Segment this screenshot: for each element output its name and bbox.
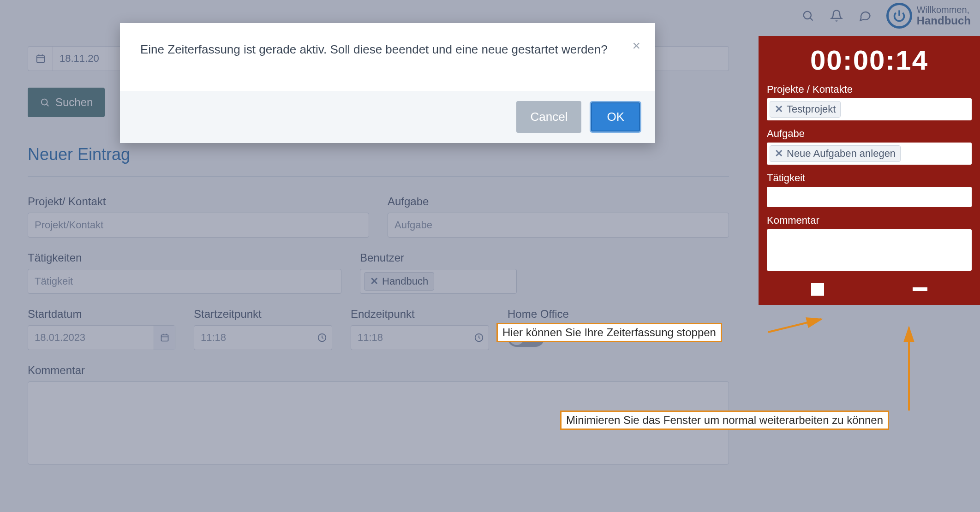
cancel-button[interactable]: Cancel — [516, 101, 581, 133]
calendar-icon[interactable] — [154, 326, 175, 350]
timer-panel: 00:00:14 Projekte / Kontakte ✕ Testproje… — [759, 36, 980, 305]
timer-project-tag[interactable]: ✕ Testprojekt — [770, 101, 841, 118]
remove-icon[interactable]: ✕ — [370, 275, 378, 287]
arrow-to-stop — [766, 314, 831, 337]
svg-line-1 — [810, 18, 813, 20]
endtime-label: Endzeitpunkt — [351, 308, 489, 321]
welcome-username: Handbuch — [917, 15, 971, 27]
svg-point-0 — [803, 12, 811, 19]
user-tagbox[interactable]: ✕ Handbuch — [360, 269, 517, 294]
svg-line-7 — [47, 104, 48, 106]
activities-input[interactable] — [28, 269, 341, 294]
user-menu[interactable]: Willkommen, Handbuch — [886, 3, 971, 29]
chat-icon[interactable] — [858, 8, 872, 23]
activities-label: Tätigkeiten — [28, 251, 341, 264]
timer-project-field[interactable]: ✕ Testprojekt — [767, 98, 972, 120]
callout-minimize: Minimieren Sie das Fenster um normal wei… — [560, 411, 889, 430]
confirm-dialog: × Eine Zeiterfassung ist gerade aktiv. S… — [120, 23, 655, 143]
arrow-to-minimize — [895, 323, 923, 415]
close-icon[interactable]: × — [632, 35, 640, 56]
search-button-label: Suchen — [55, 96, 93, 109]
starttime-label: Startzeitpunkt — [194, 308, 332, 321]
endtime-input[interactable] — [351, 332, 474, 344]
timer-task-tag-label: Neue Aufgaben anlegen — [787, 148, 896, 160]
clock-icon — [317, 333, 327, 343]
timer-projects-label: Projekte / Kontakte — [767, 83, 972, 95]
power-icon — [886, 3, 912, 29]
starttime-field[interactable] — [194, 325, 332, 350]
timer-task-tag[interactable]: ✕ Neue Aufgaben anlegen — [770, 145, 901, 162]
dialog-footer: Cancel OK — [120, 91, 655, 143]
welcome-label: Willkommen, — [917, 5, 971, 15]
stop-button[interactable] — [811, 283, 824, 296]
user-tag[interactable]: ✕ Handbuch — [364, 272, 434, 291]
task-label: Aufgabe — [388, 195, 729, 208]
timer-comment-textarea[interactable] — [767, 229, 972, 271]
project-label: Projekt/ Kontakt — [28, 195, 369, 208]
timer-comment-label: Kommentar — [767, 214, 972, 226]
startdate-field[interactable] — [28, 325, 175, 350]
section-title: Neuer Eintrag — [28, 145, 729, 164]
comment-label: Kommentar — [28, 364, 729, 377]
timer-activity-label: Tätigkeit — [767, 172, 972, 184]
calendar-icon — [28, 47, 53, 71]
remove-icon[interactable]: ✕ — [775, 148, 783, 160]
project-input[interactable] — [28, 213, 369, 238]
svg-point-6 — [42, 99, 48, 105]
user-tag-label: Handbuch — [382, 275, 428, 287]
timer-activity-input[interactable] — [767, 187, 972, 207]
dialog-message: Eine Zeiterfassung ist gerade aktiv. Sol… — [140, 41, 635, 59]
timer-task-label: Aufgabe — [767, 128, 972, 140]
divider — [28, 176, 729, 177]
bell-icon[interactable] — [829, 8, 844, 23]
welcome-text: Willkommen, Handbuch — [917, 5, 971, 27]
remove-icon[interactable]: ✕ — [775, 103, 783, 115]
startdate-input[interactable] — [28, 332, 154, 344]
endtime-field[interactable] — [351, 325, 489, 350]
startdate-label: Startdatum — [28, 308, 175, 321]
timer-project-tag-label: Testprojekt — [787, 103, 836, 115]
svg-rect-2 — [36, 56, 44, 63]
user-label: Benutzer — [360, 251, 517, 264]
ok-button[interactable]: OK — [590, 101, 641, 133]
search-icon[interactable] — [801, 8, 815, 23]
starttime-input[interactable] — [194, 332, 317, 344]
top-header: Willkommen, Handbuch — [801, 3, 971, 29]
task-input[interactable] — [388, 213, 729, 238]
svg-line-14 — [768, 319, 821, 332]
clock-icon — [474, 333, 484, 343]
svg-rect-8 — [161, 335, 168, 341]
timer-task-field[interactable]: ✕ Neue Aufgaben anlegen — [767, 143, 972, 165]
search-button[interactable]: Suchen — [28, 88, 105, 117]
callout-stop: Hier können Sie Ihre Zeiterfassung stopp… — [496, 323, 722, 342]
minimize-button[interactable] — [913, 287, 927, 291]
homeoffice-label: Home Office — [508, 308, 627, 321]
timer-display: 00:00:14 — [767, 44, 972, 76]
